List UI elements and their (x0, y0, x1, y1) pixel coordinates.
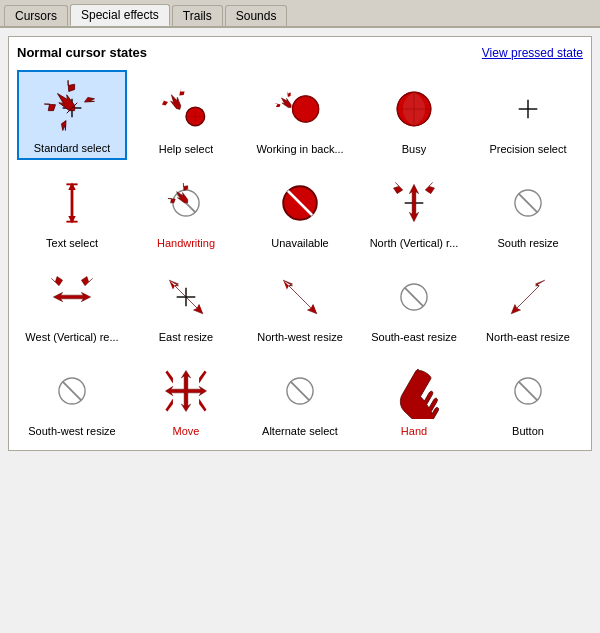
tab-bar: Cursors Special effects Trails Sounds (0, 0, 600, 28)
west-vertical-icon (42, 267, 102, 327)
cursor-label-handwriting: Handwriting (157, 237, 215, 249)
cursor-label-move: Move (173, 425, 200, 437)
cursor-item-help-select[interactable]: Help select (131, 70, 241, 160)
cursor-label-southwest-resize: South-west resize (28, 425, 115, 437)
working-in-back-icon (270, 79, 330, 139)
busy-icon (384, 79, 444, 139)
cursor-item-text-select[interactable]: Text select (17, 164, 127, 254)
panel-title: Normal cursor states (17, 45, 147, 60)
cursor-label-precision-select: Precision select (489, 143, 566, 155)
handwriting-icon (156, 173, 216, 233)
tab-trails[interactable]: Trails (172, 5, 223, 26)
cursor-item-move[interactable]: Move (131, 352, 241, 442)
cursor-item-southwest-resize[interactable]: South-west resize (17, 352, 127, 442)
tab-sounds[interactable]: Sounds (225, 5, 288, 26)
south-resize-icon (498, 173, 558, 233)
cursor-item-handwriting[interactable]: Handwriting (131, 164, 241, 254)
cursor-label-text-select: Text select (46, 237, 98, 249)
text-select-icon (42, 173, 102, 233)
cursor-label-button: Button (512, 425, 544, 437)
cursor-label-standard-select: Standard select (34, 142, 110, 154)
tab-special-effects[interactable]: Special effects (70, 4, 170, 26)
cursor-item-busy[interactable]: Busy (359, 70, 469, 160)
hand-icon (384, 361, 444, 421)
move-icon (156, 361, 216, 421)
cursor-item-west-vertical[interactable]: West (Vertical) re... (17, 258, 127, 348)
cursor-item-alternate-select[interactable]: Alternate select (245, 352, 355, 442)
cursor-label-southeast-resize: South-east resize (371, 331, 457, 343)
cursor-label-north-vertical: North (Vertical) r... (370, 237, 459, 249)
precision-select-icon (498, 79, 558, 139)
cursor-label-east-resize: East resize (159, 331, 213, 343)
cursor-item-standard-select[interactable]: Standard select (17, 70, 127, 160)
cursor-label-northeast-resize: North-east resize (486, 331, 570, 343)
cursor-grid: Standard select Help select Working in b… (17, 70, 583, 442)
standard-select-icon (42, 78, 102, 138)
tab-cursors[interactable]: Cursors (4, 5, 68, 26)
southeast-resize-icon (384, 267, 444, 327)
east-resize-icon (156, 267, 216, 327)
cursor-item-unavailable[interactable]: Unavailable (245, 164, 355, 254)
cursor-label-hand: Hand (401, 425, 427, 437)
cursor-label-working-in-back: Working in back... (256, 143, 343, 155)
northeast-resize-icon (498, 267, 558, 327)
cursor-item-southeast-resize[interactable]: South-east resize (359, 258, 469, 348)
button-icon (498, 361, 558, 421)
cursor-item-button[interactable]: Button (473, 352, 583, 442)
cursor-label-unavailable: Unavailable (271, 237, 328, 249)
cursor-item-northeast-resize[interactable]: North-east resize (473, 258, 583, 348)
north-vertical-icon (384, 173, 444, 233)
main-content: Normal cursor states View pressed state … (0, 28, 600, 633)
cursor-item-precision-select[interactable]: Precision select (473, 70, 583, 160)
southwest-resize-icon (42, 361, 102, 421)
cursor-label-northwest-resize: North-west resize (257, 331, 343, 343)
northwest-resize-icon (270, 267, 330, 327)
cursor-label-alternate-select: Alternate select (262, 425, 338, 437)
panel: Normal cursor states View pressed state … (8, 36, 592, 451)
alternate-select-icon (270, 361, 330, 421)
cursor-label-busy: Busy (402, 143, 426, 155)
panel-header: Normal cursor states View pressed state (17, 45, 583, 60)
cursor-item-working-in-back[interactable]: Working in back... (245, 70, 355, 160)
cursor-item-hand[interactable]: Hand (359, 352, 469, 442)
cursor-label-west-vertical: West (Vertical) re... (25, 331, 118, 343)
cursor-item-east-resize[interactable]: East resize (131, 258, 241, 348)
cursor-item-north-vertical[interactable]: North (Vertical) r... (359, 164, 469, 254)
cursor-label-south-resize: South resize (497, 237, 558, 249)
cursor-label-help-select: Help select (159, 143, 213, 155)
cursor-item-northwest-resize[interactable]: North-west resize (245, 258, 355, 348)
help-select-icon (156, 79, 216, 139)
unavailable-icon (270, 173, 330, 233)
cursor-item-south-resize[interactable]: South resize (473, 164, 583, 254)
view-pressed-state-link[interactable]: View pressed state (482, 46, 583, 60)
